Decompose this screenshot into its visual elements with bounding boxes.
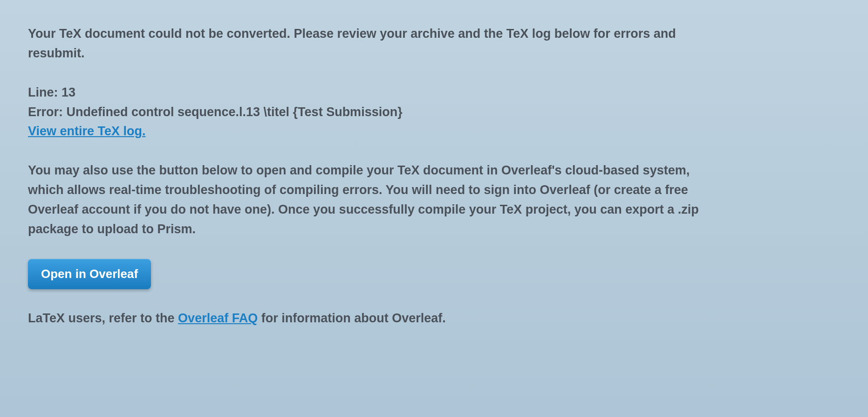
error-line-number: Line: 13: [28, 83, 708, 103]
error-message-panel: Your TeX document could not be converted…: [28, 24, 708, 328]
view-tex-log-link[interactable]: View entire TeX log.: [28, 122, 708, 141]
footer-prefix: LaTeX users, refer to the: [28, 311, 178, 325]
overleaf-instructions: You may also use the button below to ope…: [28, 161, 708, 239]
overleaf-faq-link[interactable]: Overleaf FAQ: [178, 311, 258, 325]
error-details: Line: 13 Error: Undefined control sequen…: [28, 83, 708, 142]
footer-text: LaTeX users, refer to the Overleaf FAQ f…: [28, 309, 708, 328]
footer-suffix: for information about Overleaf.: [258, 311, 446, 325]
open-in-overleaf-button[interactable]: Open in Overleaf: [28, 259, 151, 289]
intro-text: Your TeX document could not be converted…: [28, 24, 708, 63]
error-message: Error: Undefined control sequence.l.13 \…: [28, 103, 708, 122]
